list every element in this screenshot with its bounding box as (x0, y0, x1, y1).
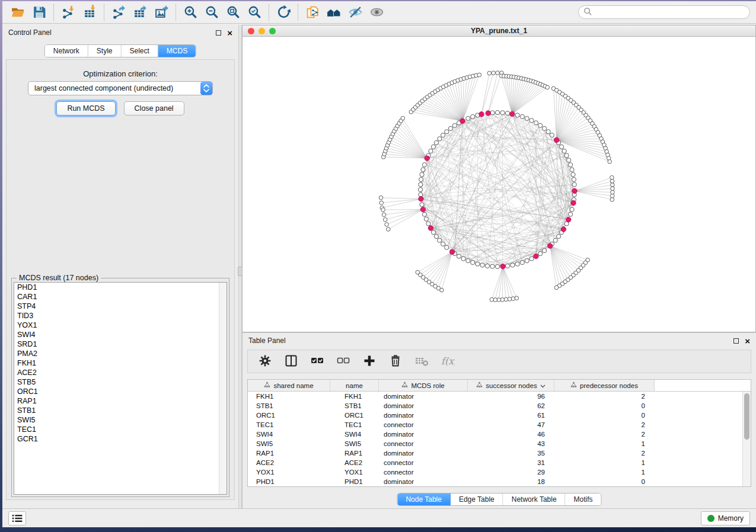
tab-network-table[interactable]: Network Table (503, 493, 566, 505)
zoom-in-button[interactable] (180, 4, 201, 21)
column-visibility-icon (284, 354, 298, 370)
function-builder-button: f(x) (438, 352, 458, 371)
search-input[interactable] (592, 8, 745, 17)
window-minimize-button[interactable] (259, 28, 265, 34)
hide-selected-icon (348, 5, 363, 20)
mcds-result-item[interactable]: ORC1 (14, 387, 227, 396)
mcds-result-item[interactable]: TEC1 (14, 425, 227, 434)
close-panel-icon[interactable]: × (227, 30, 232, 36)
hide-selected-button[interactable] (344, 4, 366, 21)
optimization-criterion-dropdown[interactable]: largest connected component (undirected) (28, 81, 213, 95)
mcds-result-item[interactable]: FKH1 (14, 358, 227, 368)
select-all-rows-button[interactable] (307, 352, 327, 371)
column-header-successor-nodes[interactable]: successor nodes (468, 380, 554, 391)
duplicate-network-button[interactable] (302, 4, 323, 21)
open-file-icon (11, 5, 25, 20)
result-list-scrollbar[interactable] (219, 283, 227, 494)
first-neighbors-button[interactable] (323, 4, 344, 21)
table-row[interactable]: SWI4SWI4dominator462 (248, 430, 751, 439)
zoom-selected-button[interactable] (244, 4, 265, 21)
table-row[interactable]: ORC1ORC1dominator610 (248, 411, 751, 420)
cell-MCDS-role: connector (379, 467, 468, 477)
float-table-panel-icon[interactable] (733, 338, 739, 344)
import-network-button[interactable] (58, 4, 79, 21)
mcds-result-item[interactable]: SWI4 (14, 330, 227, 339)
network-window-titlebar: YPA_prune.txt_1 (243, 25, 755, 37)
export-table-button[interactable] (129, 4, 151, 21)
mcds-result-item[interactable]: SWI5 (14, 415, 227, 425)
mcds-result-item[interactable]: YOX1 (14, 321, 227, 330)
tab-mcds[interactable]: MCDS (158, 45, 196, 57)
mcds-result-item[interactable]: ACE2 (14, 368, 227, 377)
deselect-all-rows-button[interactable] (333, 352, 353, 371)
mcds-result-item[interactable]: CAR1 (14, 292, 227, 302)
table-row[interactable]: TEC1TEC1connector472 (248, 420, 751, 430)
zoom-out-button[interactable] (201, 4, 222, 21)
settings-gear-button[interactable] (255, 352, 275, 371)
mcds-result-item[interactable]: PMA2 (14, 349, 227, 358)
duplicate-network-icon (305, 5, 320, 20)
mcds-result-item[interactable]: TID3 (14, 311, 227, 321)
table-scrollbar-thumb[interactable] (744, 393, 749, 440)
table-row[interactable]: SWI5SWI5connector431 (248, 439, 751, 448)
toolbar-separator (269, 4, 269, 21)
export-network-button[interactable] (108, 4, 129, 21)
mcds-result-item[interactable]: GCR1 (14, 434, 227, 444)
show-all-button[interactable] (366, 4, 387, 21)
toolbar-separator (53, 4, 54, 21)
select-all-rows-icon (310, 354, 324, 370)
table-row[interactable]: RAP1RAP1dominator352 (248, 448, 751, 458)
toolbar-separator (298, 4, 298, 21)
show-panels-button[interactable] (8, 511, 26, 525)
table-row[interactable]: ACE2ACE2connector311 (248, 458, 751, 467)
column-header-predecessor-nodes[interactable]: predecessor nodes (554, 380, 655, 391)
refresh-layout-button[interactable] (273, 4, 294, 21)
mcds-result-item[interactable]: STB5 (14, 377, 227, 387)
shared-column-icon (570, 382, 577, 389)
open-file-button[interactable] (7, 4, 28, 21)
zoom-out-icon (205, 5, 219, 20)
mcds-result-item[interactable]: STP4 (14, 302, 227, 311)
close-table-panel-icon[interactable]: × (745, 338, 750, 344)
header-filler (655, 380, 751, 391)
mcds-result-item[interactable]: PHD1 (14, 283, 227, 292)
column-visibility-button[interactable] (281, 352, 301, 371)
mcds-result-item[interactable]: SRD1 (14, 339, 227, 349)
tab-network[interactable]: Network (45, 45, 88, 57)
table-row[interactable]: FKH1FKH1dominator962 (248, 392, 751, 401)
mcds-result-item[interactable]: RAP1 (14, 396, 227, 406)
export-image-button[interactable] (151, 4, 172, 21)
column-header-name[interactable]: name (330, 380, 379, 391)
tab-node-table[interactable]: Node Table (397, 493, 451, 505)
window-zoom-button[interactable] (269, 28, 276, 34)
float-panel-icon[interactable] (216, 30, 221, 36)
table-scrollbar[interactable] (742, 392, 751, 486)
cell-name: ACE2 (330, 458, 379, 467)
table-row[interactable]: PHD1PHD1dominator180 (248, 477, 751, 486)
tab-select[interactable]: Select (122, 45, 158, 57)
import-table-button[interactable] (79, 4, 100, 21)
column-header-MCDS-role[interactable]: MCDS role (379, 380, 468, 391)
table-panel-title: Table Panel (248, 336, 286, 345)
tab-style[interactable]: Style (88, 45, 122, 57)
run-mcds-button[interactable]: Run MCDS (56, 101, 115, 116)
mcds-result-list[interactable]: PHD1CAR1STP4TID3YOX1SWI4SRD1PMA2FKH1ACE2… (14, 282, 227, 495)
save-session-button[interactable] (28, 4, 50, 21)
cell-name: YOX1 (330, 467, 379, 477)
export-table-icon (133, 5, 148, 20)
window-close-button[interactable] (248, 28, 254, 34)
tab-motifs[interactable]: Motifs (566, 493, 601, 505)
table-row[interactable]: YOX1YOX1connector291 (248, 467, 751, 477)
mcds-result-item[interactable]: STB1 (14, 406, 227, 415)
delete-row-button[interactable] (385, 352, 406, 371)
column-header-shared-name[interactable]: shared name (248, 380, 330, 391)
table-row[interactable]: STB1STB1dominator620 (248, 401, 751, 411)
zoom-fit-button[interactable] (222, 4, 244, 21)
memory-button[interactable]: Memory (701, 511, 750, 525)
table-toolbar: f(x) (247, 350, 751, 373)
add-row-button[interactable] (359, 352, 379, 371)
network-graph-canvas[interactable] (243, 37, 755, 332)
tab-edge-table[interactable]: Edge Table (451, 493, 503, 505)
close-panel-button[interactable]: Close panel (124, 101, 184, 116)
control-panel-tabs: NetworkStyleSelectMCDS (44, 44, 196, 57)
